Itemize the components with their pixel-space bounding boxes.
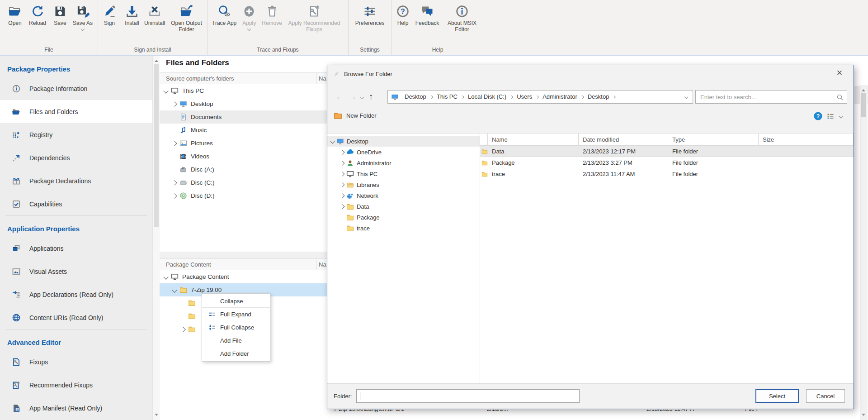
source-tree-item-disc-a[interactable]: Disc (A:) bbox=[160, 163, 327, 176]
source-tree-item-music[interactable]: Music bbox=[160, 124, 327, 137]
breadcrumb-item-users[interactable]: Users bbox=[513, 91, 536, 103]
breadcrumb-item-desktop[interactable]: Desktop bbox=[401, 91, 430, 103]
ribbon-button-apply[interactable]: Apply bbox=[238, 4, 260, 31]
expand-chevron-icon[interactable] bbox=[340, 150, 345, 154]
sidebar-item-package-declarations[interactable]: Package Declarations bbox=[0, 169, 152, 192]
expand-chevron-icon[interactable] bbox=[340, 204, 345, 209]
folder-tree-item-onedrive[interactable]: OneDrive bbox=[327, 147, 480, 158]
ribbon-button-trace-app[interactable]: Trace App bbox=[211, 4, 238, 27]
ribbon-button-sign[interactable]: Sign bbox=[98, 4, 121, 27]
sidebar-item-app-declarations-read-only[interactable]: App Declarations (Read Only) bbox=[0, 283, 152, 306]
expand-chevron-icon[interactable] bbox=[340, 172, 345, 176]
sidebar-item-capabilities[interactable]: Capabilities bbox=[0, 192, 152, 215]
column-header-date-modified[interactable]: Date modified bbox=[579, 134, 668, 145]
scroll-up-icon[interactable] bbox=[155, 58, 158, 62]
folder-tree-item-trace[interactable]: trace bbox=[327, 223, 480, 234]
expand-chevron-icon[interactable] bbox=[340, 182, 345, 187]
file-row-package[interactable]: Package 2/13/2023 3:27 PM File folder bbox=[480, 157, 854, 168]
source-tree-item-pictures[interactable]: Pictures bbox=[160, 137, 327, 150]
expand-chevron-icon[interactable] bbox=[340, 161, 345, 165]
source-tree-item-disc-d[interactable]: Disc (D:) bbox=[160, 189, 327, 202]
ribbon-button-uninstall[interactable]: Uninstall bbox=[143, 4, 166, 27]
folder-tree-item-data[interactable]: Data bbox=[327, 201, 480, 212]
ribbon-button-reload[interactable]: Reload bbox=[26, 4, 49, 27]
source-tree-item-documents[interactable]: Documents bbox=[160, 110, 327, 124]
context-menu-item-add-folder[interactable]: Add Folder bbox=[202, 347, 270, 360]
new-folder-button[interactable]: New Folder bbox=[334, 111, 376, 120]
context-menu-item-full-collapse[interactable]: Full Collapse bbox=[202, 321, 270, 334]
context-menu-item-add-file[interactable]: Add File bbox=[202, 334, 270, 347]
sidebar-item-recommended-fixups[interactable]: Recommended Fixups bbox=[0, 373, 152, 396]
column-header-name[interactable]: Name bbox=[488, 134, 579, 145]
search-input[interactable] bbox=[696, 91, 847, 103]
package-tree-item-package-content[interactable]: Package Content bbox=[160, 270, 327, 283]
history-dropdown-icon[interactable] bbox=[360, 95, 364, 99]
details-view-icon[interactable] bbox=[827, 113, 834, 120]
breadcrumb[interactable]: Desktop This PC Local Disk (C:) bbox=[387, 90, 693, 104]
sidebar-item-dependencies[interactable]: Dependencies bbox=[0, 146, 152, 169]
back-button[interactable]: ← bbox=[335, 90, 344, 104]
sidebar-item-app-manifest-read-only[interactable]: App Manifest (Read Only) bbox=[0, 396, 152, 420]
up-button[interactable]: ↑ bbox=[369, 90, 373, 104]
ribbon-button-apply-recommended-fixups[interactable]: Apply Recommended Fixups bbox=[283, 4, 345, 33]
folder-tree-item-libraries[interactable]: Libraries bbox=[327, 179, 480, 190]
file-row-trace[interactable]: trace 2/13/2023 11:47 AM File folder bbox=[480, 168, 854, 180]
breadcrumb-item-administrator[interactable]: Administrator bbox=[538, 91, 581, 103]
ribbon-button-open[interactable]: Open bbox=[4, 4, 26, 27]
breadcrumb-item-local-disk-c[interactable]: Local Disk (C:) bbox=[464, 91, 510, 103]
ribbon-button-remove[interactable]: Remove bbox=[260, 4, 283, 27]
sidebar-item-content-uris-read-only[interactable]: Content URIs (Read Only) bbox=[0, 306, 152, 329]
folder-tree-item-desktop[interactable]: Desktop bbox=[327, 136, 480, 147]
expand-chevron-icon[interactable] bbox=[172, 101, 177, 106]
expand-chevron-icon[interactable] bbox=[172, 193, 177, 198]
column-header-type[interactable]: Type bbox=[668, 134, 759, 145]
source-tree-item-this-pc[interactable]: This PC bbox=[160, 84, 327, 97]
scroll-up-icon[interactable] bbox=[862, 87, 865, 91]
scrollbar-thumb[interactable] bbox=[154, 64, 159, 227]
ribbon-button-help[interactable]: ? Help bbox=[392, 4, 414, 27]
sidebar-item-visual-assets[interactable]: Visual Assets bbox=[0, 260, 152, 283]
expand-chevron-icon[interactable] bbox=[163, 88, 168, 93]
scrollbar-thumb[interactable] bbox=[861, 93, 866, 117]
expand-chevron-icon[interactable] bbox=[180, 327, 185, 332]
expand-chevron-icon[interactable] bbox=[172, 287, 177, 292]
help-blue-icon[interactable]: ? bbox=[814, 112, 822, 120]
select-button[interactable]: Select bbox=[755, 389, 799, 403]
breadcrumb-item-this-pc[interactable]: This PC bbox=[433, 91, 462, 103]
source-tree-item-desktop[interactable]: Desktop bbox=[160, 97, 327, 110]
close-button[interactable]: × bbox=[833, 66, 846, 80]
folder-input[interactable] bbox=[357, 390, 579, 402]
cancel-button[interactable]: Cancel bbox=[806, 389, 845, 403]
column-header-size[interactable]: Size bbox=[759, 134, 854, 145]
expand-chevron-icon[interactable] bbox=[330, 139, 335, 143]
dropdown-chevron-icon[interactable] bbox=[247, 27, 251, 31]
folder-tree-item-administrator[interactable]: Administrator bbox=[327, 158, 480, 168]
sidebar-item-fixups[interactable]: Fixups bbox=[0, 350, 152, 373]
context-menu-item-collapse[interactable]: Collapse bbox=[202, 295, 270, 308]
forward-button[interactable]: → bbox=[348, 90, 357, 104]
scroll-down-icon[interactable] bbox=[862, 414, 865, 418]
breadcrumb-dropdown-icon[interactable] bbox=[684, 95, 688, 99]
ribbon-button-preferences[interactable]: Preferences bbox=[350, 4, 389, 27]
sidebar-item-files-and-folders[interactable]: Files and Folders bbox=[0, 100, 152, 123]
file-row-data[interactable]: Data 2/13/2023 12:17 PM File folder bbox=[480, 146, 854, 157]
sidebar-item-registry[interactable]: Registry bbox=[0, 123, 152, 146]
breadcrumb-item-desktop[interactable]: Desktop bbox=[584, 91, 613, 103]
source-tree-item-videos[interactable]: Videos bbox=[160, 150, 327, 163]
expand-chevron-icon[interactable] bbox=[172, 141, 177, 146]
sidebar-scrollbar[interactable] bbox=[152, 56, 160, 420]
ribbon-button-open-output-folder[interactable]: Open Output Folder bbox=[166, 4, 207, 33]
folder-tree-item-network[interactable]: Network bbox=[327, 190, 480, 201]
ribbon-button-feedback[interactable]: Feedback bbox=[414, 4, 440, 27]
sidebar-item-applications[interactable]: Applications bbox=[0, 237, 152, 260]
expand-chevron-icon[interactable] bbox=[340, 193, 345, 198]
ribbon-button-save-as[interactable]: Save As bbox=[71, 4, 94, 31]
ribbon-button-install[interactable]: Install bbox=[121, 4, 143, 27]
context-menu-item-full-expand[interactable]: Full Expand bbox=[202, 308, 270, 321]
ribbon-button-save[interactable]: Save bbox=[49, 4, 71, 27]
main-vertical-scrollbar[interactable] bbox=[860, 85, 868, 420]
expand-chevron-icon[interactable] bbox=[163, 274, 168, 279]
sidebar-item-package-information[interactable]: Package Information bbox=[0, 77, 152, 100]
expand-chevron-icon[interactable] bbox=[172, 180, 177, 185]
source-tree-item-disc-c[interactable]: Disc (C:) bbox=[160, 176, 327, 189]
